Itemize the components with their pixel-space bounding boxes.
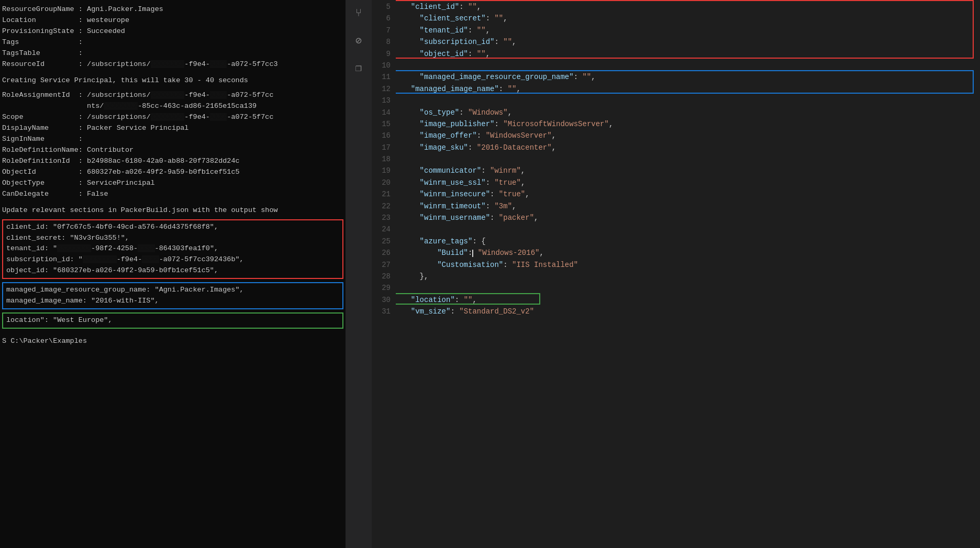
code-line-22: "winrm_timeout": "3m",: [402, 200, 980, 212]
line-num-6: 6: [372, 13, 391, 24]
code-line-19: "communicator": "winrm",: [402, 165, 980, 176]
line-num-13: 13: [372, 95, 391, 106]
block-icon[interactable]: ⊘: [350, 31, 368, 49]
terminal-blue-block: managed_image_resource_group_name: "Agni…: [2, 282, 343, 309]
code-line-6: "client_secret": "",: [402, 13, 980, 24]
code-container: 5 6 7 8 9 10 11 12 13 14 15 16 17 18 19 …: [372, 0, 980, 548]
code-line-12: "managed_image_name": "",: [402, 83, 980, 95]
line-num-5: 5: [372, 1, 391, 13]
code-line-9: "object_id": "",: [402, 48, 980, 60]
line-num-9: 9: [372, 48, 391, 60]
line-num-19: 19: [372, 165, 391, 176]
terminal-green-block: location": "West Europe",: [2, 312, 343, 329]
code-line-18: [402, 153, 980, 165]
line-num-28: 28: [372, 271, 391, 282]
line-num-7: 7: [372, 25, 391, 36]
editor-panel: ⑂ ⊘ ❐ 5 6 7 8 9 10 11 12 13 14 15 16 17 …: [346, 0, 980, 548]
code-content[interactable]: "client_id": "", "client_secret": "", "t…: [396, 0, 980, 548]
line-num-20: 20: [372, 177, 391, 188]
activity-bar: ⑂ ⊘ ❐: [346, 0, 372, 548]
code-line-15: "image_publisher": "MicrosoftWindowsServ…: [402, 118, 980, 130]
line-num-22: 22: [372, 200, 391, 212]
code-line-30: "location": "",: [402, 294, 980, 306]
terminal-sp-properties: RoleAssignmentId : /subscriptions/XXXXXX…: [2, 90, 343, 199]
line-num-12: 12: [372, 83, 391, 95]
code-line-5: "client_id": "",: [402, 1, 980, 13]
git-icon[interactable]: ⑂: [350, 4, 368, 22]
line-num-18: 18: [372, 153, 391, 165]
line-num-10: 10: [372, 60, 391, 71]
line-num-17: 17: [372, 142, 391, 153]
code-line-13: [402, 95, 980, 106]
line-num-23: 23: [372, 212, 391, 223]
line-num-27: 27: [372, 259, 391, 271]
code-line-23: "winrm_username": "packer",: [402, 212, 980, 223]
terminal-red-block: client_id: "0f7c67c5-4bf0-49cd-a576-46d4…: [2, 219, 343, 279]
line-num-16: 16: [372, 130, 391, 141]
line-num-8: 8: [372, 36, 391, 48]
terminal-update-msg: Update relevant sections in PackerBuild.…: [2, 205, 343, 216]
terminal-footer: S C:\Packer\Examples: [2, 336, 343, 347]
line-num-29: 29: [372, 282, 391, 294]
code-line-8: "subscription_id": "",: [402, 36, 980, 48]
code-line-7: "tenant_id": "",: [402, 25, 980, 36]
line-num-25: 25: [372, 236, 391, 247]
line-numbers: 5 6 7 8 9 10 11 12 13 14 15 16 17 18 19 …: [372, 0, 396, 548]
line-num-14: 14: [372, 107, 391, 118]
code-line-24: [402, 223, 980, 235]
terminal-properties: ResourceGroupName : Agni.Packer.Images L…: [2, 4, 343, 70]
code-line-29: [402, 282, 980, 294]
copy-icon[interactable]: ❐: [350, 59, 368, 76]
terminal-sp-message: Creating Service Principal, this will ta…: [2, 75, 343, 86]
code-line-10: [402, 60, 980, 71]
line-num-15: 15: [372, 118, 391, 130]
code-line-11: "managed_image_resource_group_name": "",: [402, 71, 980, 83]
terminal-panel: ResourceGroupName : Agni.Packer.Images L…: [0, 0, 346, 548]
line-num-31: 31: [372, 306, 391, 317]
line-num-21: 21: [372, 188, 391, 200]
code-line-27: "Customisation": "IIS Installed": [402, 259, 980, 271]
code-line-21: "winrm_insecure": "true",: [402, 188, 980, 200]
line-num-26: 26: [372, 247, 391, 259]
line-num-24: 24: [372, 223, 391, 235]
code-line-16: "image_offer": "WindowsServer",: [402, 130, 980, 141]
line-num-30: 30: [372, 294, 391, 306]
code-line-31: "vm_size": "Standard_DS2_v2": [402, 306, 980, 317]
code-line-28: },: [402, 271, 980, 282]
code-line-14: "os_type": "Windows",: [402, 107, 980, 118]
code-line-25: "azure_tags": {: [402, 236, 980, 247]
line-num-11: 11: [372, 71, 391, 83]
code-line-17: "image_sku": "2016-Datacenter",: [402, 142, 980, 153]
code-line-20: "winrm_use_ssl": "true",: [402, 177, 980, 188]
code-line-26: "Build": "Windows-2016",: [402, 247, 980, 259]
